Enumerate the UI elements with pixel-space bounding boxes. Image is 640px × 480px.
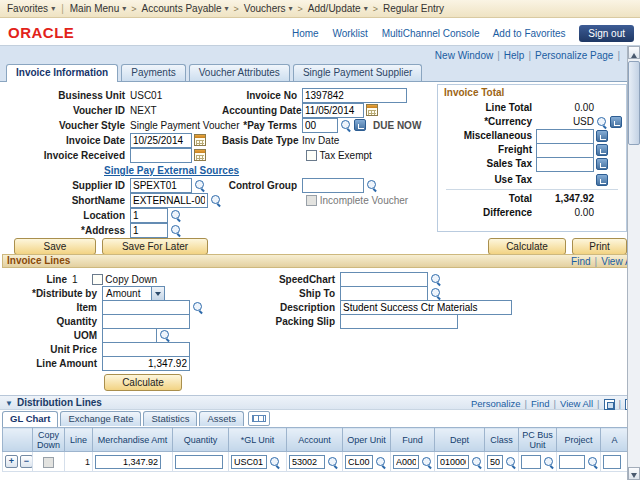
find-link[interactable]: Find	[571, 256, 590, 267]
item-input[interactable]	[102, 300, 190, 315]
incomplete-voucher-checkbox[interactable]	[306, 195, 317, 206]
scroll-down-arrow[interactable]	[628, 467, 640, 480]
calendar-icon[interactable]	[194, 134, 206, 146]
sales-tax-detail-icon[interactable]	[596, 158, 608, 170]
fund-lookup-icon[interactable]	[421, 456, 433, 468]
link-worklist[interactable]: Worklist	[332, 28, 367, 39]
popout-icon[interactable]	[604, 399, 615, 410]
invoice-received-input[interactable]	[130, 148, 192, 163]
affiliate-input[interactable]	[603, 455, 621, 469]
breadcrumb-main-menu[interactable]: Main Menu	[70, 3, 126, 14]
short-name-lookup-icon[interactable]	[210, 194, 222, 206]
sales-tax-input[interactable]	[536, 157, 594, 172]
currency-detail-icon[interactable]	[610, 116, 622, 128]
fund-input[interactable]	[393, 455, 419, 469]
line-amount-input[interactable]	[102, 356, 190, 371]
freight-input[interactable]	[536, 143, 594, 158]
oper-unit-lookup-icon[interactable]	[375, 456, 387, 468]
tab-payments[interactable]: Payments	[121, 64, 185, 81]
supplier-id-input[interactable]	[130, 178, 192, 193]
breadcrumb-accounts-payable[interactable]: Accounts Payable	[142, 3, 229, 14]
link-add-to-favorites[interactable]: Add to Favorites	[493, 28, 566, 39]
uom-input[interactable]	[102, 328, 157, 343]
oper-unit-input[interactable]	[345, 455, 373, 469]
pay-terms-detail-icon[interactable]	[354, 119, 366, 131]
freight-detail-icon[interactable]	[596, 144, 608, 156]
link-new-window[interactable]: New Window	[435, 50, 493, 61]
location-lookup-icon[interactable]	[170, 209, 182, 221]
unit-price-input[interactable]	[102, 342, 190, 357]
add-row-button[interactable]	[5, 455, 18, 468]
use-tax-detail-icon[interactable]	[596, 174, 608, 186]
print-button[interactable]: Print	[572, 238, 627, 255]
pay-terms-lookup-icon[interactable]	[340, 119, 352, 131]
distribute-by-select[interactable]: Amount	[102, 286, 165, 301]
tab-assets[interactable]: Assets	[199, 411, 244, 426]
link-home[interactable]: Home	[292, 28, 319, 39]
view-all-link[interactable]: View All	[560, 398, 593, 409]
address-lookup-icon[interactable]	[170, 224, 182, 236]
currency-lookup-icon[interactable]	[596, 116, 608, 128]
address-input[interactable]	[130, 223, 168, 238]
speedchart-lookup-icon[interactable]	[430, 273, 442, 285]
tab-voucher-attributes[interactable]: Voucher Attributes	[189, 64, 290, 81]
tab-statistics[interactable]: Statistics	[143, 411, 197, 426]
grid-copy-down-checkbox[interactable]	[43, 457, 54, 468]
delete-row-button[interactable]	[20, 455, 33, 468]
dept-input[interactable]	[437, 455, 469, 469]
short-name-input[interactable]	[130, 193, 208, 208]
item-lookup-icon[interactable]	[192, 301, 204, 313]
copy-down-checkbox[interactable]	[92, 274, 103, 285]
class-lookup-icon[interactable]	[505, 456, 517, 468]
link-help[interactable]: Help	[504, 50, 525, 61]
calculate-button[interactable]: Calculate	[488, 238, 566, 255]
tab-gl-chart[interactable]: GL Chart	[2, 411, 58, 427]
quantity-input[interactable]	[102, 314, 190, 329]
pc-bus-unit-lookup-icon[interactable]	[543, 456, 555, 468]
description-input[interactable]	[340, 300, 512, 315]
invoice-date-input[interactable]	[130, 133, 192, 148]
miscellaneous-input[interactable]	[536, 129, 594, 144]
pay-terms-input[interactable]	[302, 118, 338, 133]
account-input[interactable]	[289, 455, 325, 469]
merchandise-amt-input[interactable]	[95, 455, 161, 469]
project-lookup-icon[interactable]	[587, 456, 599, 468]
speedchart-input[interactable]	[340, 272, 428, 287]
control-group-input[interactable]	[302, 178, 364, 193]
project-input[interactable]	[559, 455, 585, 469]
find-link[interactable]: Find	[531, 398, 549, 409]
tab-exchange-rate[interactable]: Exchange Rate	[60, 411, 141, 426]
collapse-triangle-icon[interactable]	[5, 397, 17, 408]
dept-lookup-icon[interactable]	[471, 456, 483, 468]
calendar-icon[interactable]	[366, 104, 378, 116]
account-lookup-icon[interactable]	[327, 456, 339, 468]
uom-lookup-icon[interactable]	[159, 329, 171, 341]
miscellaneous-detail-icon[interactable]	[596, 130, 608, 142]
gl-unit-lookup-icon[interactable]	[269, 456, 281, 468]
breadcrumb-add-update[interactable]: Add/Update	[308, 3, 368, 14]
class-input[interactable]	[487, 455, 503, 469]
calendar-icon[interactable]	[194, 149, 206, 161]
breadcrumb-vouchers[interactable]: Vouchers	[244, 3, 293, 14]
breadcrumb-favorites[interactable]: Favorites	[7, 3, 55, 14]
scrollbar-thumb[interactable]	[628, 61, 640, 145]
link-multichannel-console[interactable]: MultiChannel Console	[382, 28, 480, 39]
location-input[interactable]	[130, 208, 168, 223]
packing-slip-input[interactable]	[340, 314, 458, 329]
accounting-date-input[interactable]	[302, 103, 364, 118]
grid-quantity-input[interactable]	[175, 455, 223, 469]
save-for-later-button[interactable]: Save For Later	[102, 238, 208, 255]
scroll-up-arrow[interactable]	[628, 46, 640, 59]
tab-single-payment-supplier[interactable]: Single Payment Supplier	[293, 64, 423, 81]
link-personalize-page[interactable]: Personalize Page	[535, 50, 613, 61]
tab-invoice-information[interactable]: Invoice Information	[6, 64, 118, 82]
personalize-link[interactable]: Personalize	[471, 398, 521, 409]
show-all-columns-icon[interactable]	[248, 411, 270, 426]
control-group-lookup-icon[interactable]	[366, 179, 378, 191]
supplier-id-lookup-icon[interactable]	[194, 179, 206, 191]
tax-exempt-checkbox[interactable]	[306, 150, 317, 161]
ship-to-lookup-icon[interactable]	[430, 287, 442, 299]
save-button[interactable]: Save	[14, 238, 96, 255]
invoice-no-input[interactable]	[302, 88, 407, 103]
ship-to-input[interactable]	[340, 286, 428, 301]
